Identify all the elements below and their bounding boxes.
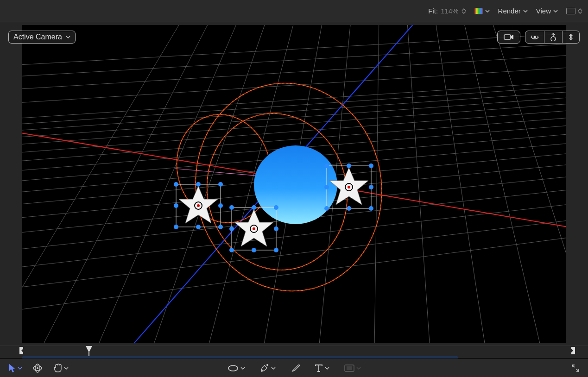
3d-transform-icon (32, 363, 43, 373)
render-menu[interactable]: Render (498, 7, 528, 15)
orbit-icon (530, 33, 539, 41)
svg-point-59 (274, 226, 278, 231)
paint-stroke-tool[interactable] (289, 362, 302, 375)
fit-value: 114% (441, 7, 458, 15)
svg-rect-85 (347, 366, 352, 370)
fit-zoom-control[interactable]: Fit: 114% (428, 7, 466, 15)
chevron-down-icon (64, 366, 69, 371)
svg-line-0 (22, 224, 566, 321)
mini-timeline[interactable] (0, 346, 588, 358)
svg-point-62 (274, 248, 278, 252)
svg-point-82 (228, 365, 238, 371)
svg-point-50 (218, 225, 223, 229)
svg-point-66 (348, 186, 350, 188)
chevron-down-icon (240, 366, 245, 371)
svg-line-24 (152, 25, 268, 343)
shape-tools-group (226, 362, 363, 375)
view-menu[interactable]: View (536, 7, 558, 15)
svg-line-28 (374, 25, 379, 343)
3d-viewport[interactable] (22, 25, 566, 343)
svg-point-46 (174, 203, 178, 208)
fit-stepper-icon[interactable] (462, 8, 466, 14)
camera-selector-label: Active Camera (13, 33, 62, 41)
orbit-button[interactable] (525, 31, 544, 43)
pen-icon (260, 364, 269, 373)
svg-point-78 (570, 36, 572, 38)
svg-point-73 (347, 206, 351, 211)
svg-point-57 (274, 205, 278, 210)
player-background-stepper-icon[interactable] (578, 8, 582, 14)
text-tool[interactable] (313, 362, 331, 374)
svg-rect-75 (504, 35, 511, 39)
svg-point-42 (197, 204, 200, 207)
svg-point-43 (174, 182, 178, 187)
svg-line-32 (490, 25, 566, 343)
in-point-marker[interactable] (19, 347, 24, 356)
playhead-head-icon (86, 346, 92, 352)
svg-point-71 (369, 185, 373, 189)
camera-button[interactable] (498, 31, 520, 43)
svg-point-72 (324, 206, 329, 211)
camera-selector[interactable]: Active Camera (8, 31, 76, 44)
pan-tool[interactable] (51, 362, 70, 375)
svg-line-21 (22, 25, 184, 343)
chevron-down-icon (553, 9, 558, 13)
chevron-down-icon (18, 366, 22, 371)
svg-point-61 (252, 248, 256, 252)
out-point-marker[interactable] (570, 347, 575, 356)
chevron-down-icon (523, 9, 528, 13)
chevron-down-icon (325, 366, 329, 371)
fullscreen-button[interactable] (569, 362, 582, 374)
svg-line-18 (22, 49, 566, 94)
dolly-button[interactable] (563, 31, 579, 43)
player-background-icon (566, 8, 575, 14)
svg-point-58 (229, 226, 234, 231)
svg-point-77 (551, 37, 556, 41)
svg-point-60 (229, 248, 234, 252)
chevron-down-icon (66, 35, 70, 39)
render-label: Render (498, 7, 521, 15)
shape-tool[interactable] (226, 363, 247, 374)
svg-point-67 (324, 163, 329, 168)
3d-view-controls (497, 31, 580, 44)
color-channels-menu[interactable] (474, 8, 490, 14)
mask-tool (342, 363, 363, 374)
svg-line-17 (22, 61, 566, 108)
camera-control-segment (497, 31, 520, 44)
expand-icon (571, 364, 580, 372)
sphere-object[interactable] (254, 145, 337, 224)
svg-point-68 (347, 163, 351, 168)
svg-line-22 (41, 25, 212, 343)
svg-point-47 (218, 203, 223, 208)
mask-icon (344, 364, 354, 372)
brush-icon (291, 364, 300, 373)
arrow-cursor-icon (8, 364, 16, 373)
svg-point-74 (369, 206, 373, 211)
camera-icon (504, 34, 514, 40)
chevron-down-icon (485, 9, 490, 13)
svg-point-54 (253, 227, 255, 230)
pen-tool[interactable] (258, 362, 278, 375)
dolly-icon (568, 33, 574, 41)
color-channels-icon (474, 8, 483, 14)
canvas-area (0, 22, 588, 346)
chevron-down-icon (356, 366, 361, 371)
svg-line-30 (435, 25, 486, 343)
player-background-menu[interactable] (566, 8, 582, 14)
pan-button[interactable] (544, 31, 563, 43)
3d-transform-tool[interactable] (31, 361, 44, 375)
svg-line-31 (462, 25, 541, 343)
svg-point-83 (266, 364, 268, 366)
viewer-top-toolbar: Fit: 114% Render View (0, 0, 588, 22)
svg-line-19 (22, 38, 566, 82)
svg-point-81 (37, 367, 38, 369)
svg-point-45 (218, 182, 223, 187)
svg-point-56 (252, 205, 256, 210)
select-tool[interactable] (6, 362, 24, 375)
ellipse-icon (228, 364, 239, 372)
svg-line-12 (22, 96, 566, 151)
svg-point-69 (369, 163, 373, 168)
canvas-tool-toolbar (0, 358, 588, 377)
3d-nav-segment (525, 31, 580, 44)
view-label: View (536, 7, 551, 15)
